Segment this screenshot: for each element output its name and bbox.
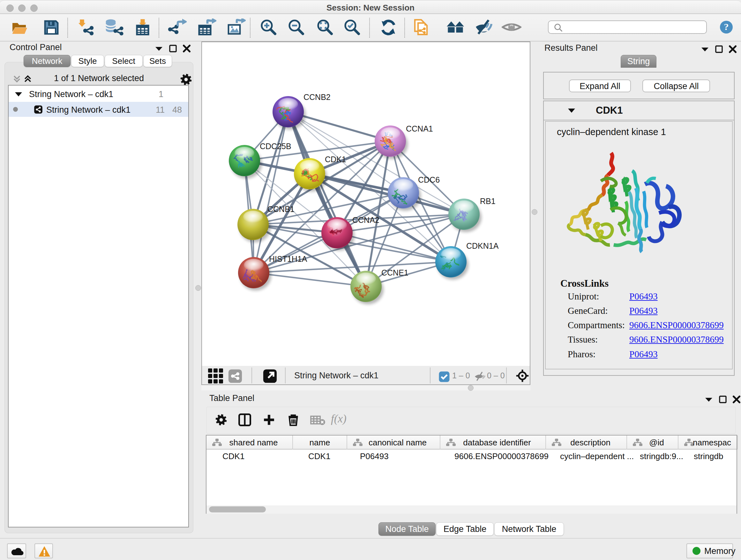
svg-text:CDC6: CDC6 — [418, 175, 440, 184]
svg-text:?: ? — [724, 21, 729, 32]
svg-text:CCNB1: CCNB1 — [267, 205, 294, 213]
svg-text:HIST1H1A: HIST1H1A — [269, 254, 307, 263]
svg-text:CCNB2: CCNB2 — [304, 92, 331, 102]
svg-text:CCNA1: CCNA1 — [406, 124, 433, 133]
svg-text:RB1: RB1 — [480, 197, 495, 206]
svg-text:CDKN1A: CDKN1A — [466, 241, 499, 250]
svg-text:CDK1: CDK1 — [325, 155, 346, 164]
svg-text:CCNA2: CCNA2 — [352, 215, 380, 225]
svg-text:CCNE1: CCNE1 — [381, 268, 408, 277]
svg-text:CDC25B: CDC25B — [260, 142, 291, 151]
